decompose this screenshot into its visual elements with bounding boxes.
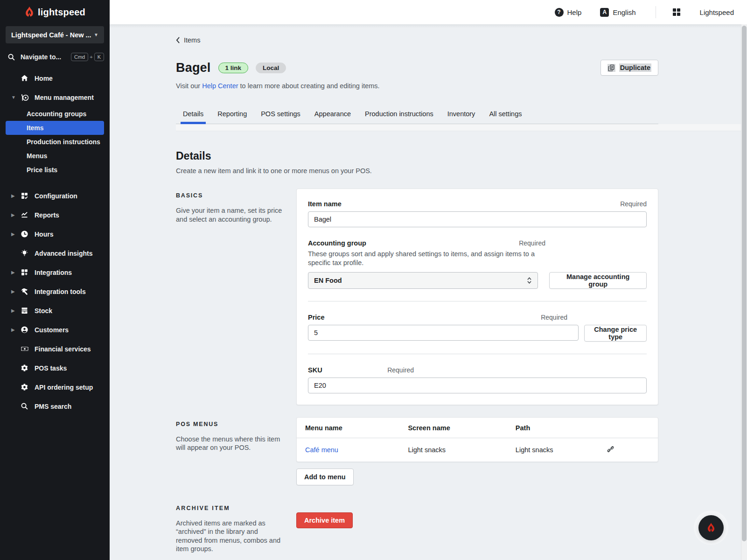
- breadcrumb[interactable]: Items: [176, 36, 200, 44]
- basics-section-desc: Give your item a name, set its price and…: [176, 206, 282, 224]
- chevron-collapsed-icon: ▶: [11, 212, 21, 217]
- stock-icon: [21, 307, 35, 315]
- sidebar-item-stock[interactable]: ▶ Stock: [0, 301, 110, 320]
- tab-reporting[interactable]: Reporting: [210, 105, 254, 124]
- sidebar-item-reports[interactable]: ▶ Reports: [0, 205, 110, 224]
- brand-link[interactable]: Lightspeed: [700, 8, 734, 16]
- sku-input[interactable]: [308, 378, 647, 393]
- sidebar-item-integration-tools[interactable]: ▶ Integration tools: [0, 282, 110, 301]
- duplicate-button[interactable]: Duplicate: [600, 60, 658, 76]
- select-stepper-icon: [527, 277, 532, 284]
- search-icon: [21, 402, 35, 410]
- tab-inventory[interactable]: Inventory: [440, 105, 482, 124]
- basics-card: Item name Required Accounting group Requ…: [296, 189, 658, 405]
- reports-icon: [21, 211, 35, 219]
- sidebar: lightspeed Lightspeed Café - New ... ▼ N…: [0, 0, 110, 560]
- sidebar-item-menu-management[interactable]: ▼ Menu management: [0, 88, 110, 107]
- sku-label: SKU: [308, 366, 322, 374]
- tab-shadow: [176, 124, 741, 131]
- screen-name-cell: Light snacks: [399, 438, 507, 462]
- hammer-icon: [21, 287, 35, 295]
- lightspeed-logo: lightspeed: [0, 0, 110, 24]
- unlink-icon[interactable]: [607, 445, 614, 455]
- item-name-input[interactable]: [308, 211, 647, 227]
- kbd-cmd: Cmd: [71, 53, 88, 61]
- kbd-k: K: [94, 53, 104, 61]
- sidebar-item-price-lists[interactable]: Price lists: [6, 163, 104, 177]
- company-selector[interactable]: Lightspeed Café - New ... ▼: [6, 26, 104, 43]
- sidebar-item-integrations[interactable]: ▶ Integrations: [0, 263, 110, 282]
- sku-required: Required: [387, 366, 414, 374]
- table-row: Café menu Light snacks Light snacks: [297, 438, 658, 462]
- sidebar-item-configuration[interactable]: ▶ Configuration: [0, 186, 110, 205]
- navigate-search[interactable]: Navigate to... Cmd + K: [7, 53, 104, 61]
- manage-accounting-group-button[interactable]: Manage accounting group: [549, 272, 647, 289]
- sidebar-item-pos-tasks[interactable]: POS tasks: [0, 358, 110, 378]
- sidebar-nav: Home ▼ Menu management Accounting groups…: [0, 69, 110, 416]
- details-heading: Details: [176, 150, 658, 162]
- hours-icon: [21, 230, 35, 238]
- sidebar-item-home[interactable]: Home: [0, 69, 110, 88]
- chevron-collapsed-icon: ▶: [11, 327, 21, 332]
- tab-pos-settings[interactable]: POS settings: [254, 105, 307, 124]
- item-name-label: Item name: [308, 200, 342, 208]
- lightspeed-assistant-fab[interactable]: [698, 515, 724, 540]
- scrollbar-thumb[interactable]: [742, 26, 747, 541]
- sidebar-item-customers[interactable]: ▶ Customers: [0, 320, 110, 339]
- scrollbar[interactable]: [741, 24, 747, 560]
- pos-menus-section-title: POS MENUS: [176, 421, 282, 427]
- accounting-group-desc: These groups sort and apply shared setti…: [308, 250, 551, 267]
- tab-bar: Details Reporting POS settings Appearanc…: [176, 105, 658, 124]
- tab-production-instructions[interactable]: Production instructions: [358, 105, 440, 124]
- gear-icon: [21, 383, 35, 391]
- topbar: ? Help A English Lightspeed: [110, 0, 747, 24]
- configuration-icon: [21, 192, 35, 200]
- company-name: Lightspeed Café - New ...: [11, 31, 91, 39]
- pos-menus-section-desc: Choose the menus where this item will ap…: [176, 435, 282, 452]
- sidebar-item-accounting-groups[interactable]: Accounting groups: [6, 107, 104, 121]
- local-badge: Local: [256, 63, 286, 73]
- help-center-link[interactable]: Help Center: [202, 82, 238, 90]
- app-window: lightspeed Lightspeed Café - New ... ▼ N…: [0, 0, 747, 560]
- integrations-icon: [21, 268, 35, 276]
- change-price-type-button[interactable]: Change price type: [584, 325, 647, 342]
- logo-wordmark: lightspeed: [38, 7, 85, 18]
- menu-link[interactable]: Café menu: [305, 446, 338, 454]
- tab-details[interactable]: Details: [176, 105, 210, 124]
- sidebar-item-pms-search[interactable]: PMS search: [0, 397, 110, 416]
- sidebar-item-items[interactable]: Items: [6, 121, 104, 135]
- column-path: Path: [507, 418, 607, 438]
- sidebar-item-api-ordering-setup[interactable]: API ordering setup: [0, 378, 110, 397]
- insights-icon: [21, 249, 35, 257]
- column-screen-name: Screen name: [399, 418, 507, 438]
- divider: [308, 354, 647, 354]
- search-icon: [7, 53, 15, 61]
- tab-appearance[interactable]: Appearance: [307, 105, 358, 124]
- help-button[interactable]: ? Help: [555, 8, 582, 17]
- chevron-expanded-icon: ▼: [11, 95, 21, 100]
- add-to-menu-button[interactable]: Add to menu: [296, 469, 354, 485]
- banknote-icon: [21, 345, 35, 353]
- language-button[interactable]: A English: [600, 8, 635, 17]
- main-content: Items Bagel 1 link Local Duplicate Visit…: [110, 24, 741, 560]
- kbd-plus: +: [90, 54, 92, 60]
- price-required: Required: [541, 314, 567, 321]
- menu-management-icon: [21, 93, 35, 102]
- price-input[interactable]: [308, 325, 579, 341]
- flame-icon: [24, 6, 35, 18]
- sidebar-item-advanced-insights[interactable]: Advanced insights: [0, 244, 110, 263]
- sidebar-item-production-instructions[interactable]: Production instructions: [6, 135, 104, 149]
- archive-section-title: ARCHIVE ITEM: [176, 505, 282, 511]
- path-cell: Light snacks: [507, 438, 607, 462]
- home-icon: [21, 74, 35, 82]
- sidebar-item-menus[interactable]: Menus: [6, 149, 104, 163]
- tab-all-settings[interactable]: All settings: [482, 105, 529, 124]
- archive-item-button[interactable]: Archive item: [296, 512, 353, 528]
- sidebar-item-financial-services[interactable]: Financial services: [0, 339, 110, 358]
- apps-grid-icon[interactable]: [673, 8, 680, 16]
- basics-section-title: BASICS: [176, 192, 282, 199]
- topbar-divider: [656, 6, 656, 18]
- accounting-group-select[interactable]: EN Food: [308, 272, 538, 289]
- links-badge: 1 link: [218, 63, 249, 73]
- sidebar-item-hours[interactable]: ▶ Hours: [0, 224, 110, 244]
